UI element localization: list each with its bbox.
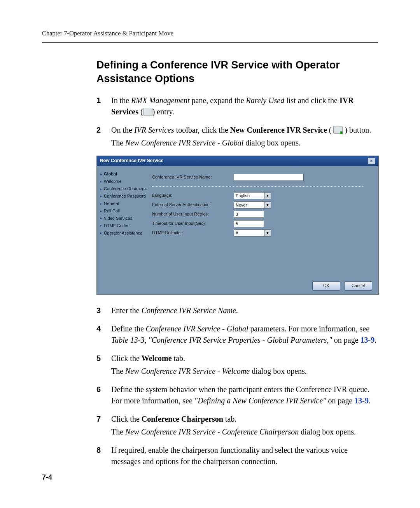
page: Chapter 7-Operator Assistance & Particip… bbox=[0, 0, 420, 508]
nav-label: Welcome bbox=[104, 179, 122, 185]
form-divider bbox=[152, 186, 363, 187]
field-row-language: Language: ▼ bbox=[152, 192, 363, 199]
dialog-screenshot: New Conference IVR Service × ▸Global ▸We… bbox=[96, 156, 378, 295]
dialog-body: ▸Global ▸Welcome ▸Conference Chairperson… bbox=[97, 166, 378, 279]
field-row-retries: Number of User Input Retries: bbox=[152, 211, 363, 218]
step-body: If required, enable the chairperson func… bbox=[111, 445, 378, 469]
text-italic: Conference IVR Service Name bbox=[142, 306, 236, 315]
language-value[interactable] bbox=[234, 192, 264, 199]
nav-label: General bbox=[104, 201, 119, 207]
page-link[interactable]: 13-9 bbox=[354, 396, 369, 405]
text: . bbox=[369, 396, 371, 405]
text-italic: New Conference IVR Service - Welcome bbox=[125, 367, 250, 375]
step-body: Click the Conference Chairperson tab. Th… bbox=[111, 413, 378, 439]
step-body: On the IVR Services toolbar, click the N… bbox=[111, 124, 378, 150]
text: dialog box opens. bbox=[299, 427, 356, 436]
chevron-right-icon: ▸ bbox=[100, 215, 102, 221]
text-italic: New Conference IVR Service - Global bbox=[125, 138, 243, 147]
cancel-button[interactable]: Cancel bbox=[344, 281, 372, 291]
nav-label: Operator Assistance bbox=[104, 230, 142, 236]
dialog-title: New Conference IVR Service bbox=[100, 158, 163, 164]
text: Define the bbox=[111, 324, 146, 333]
text: ) entry. bbox=[152, 107, 174, 116]
nav-item-global[interactable]: ▸Global bbox=[100, 171, 145, 177]
dtmf-value[interactable] bbox=[234, 229, 264, 236]
chevron-right-icon: ▸ bbox=[100, 230, 102, 236]
text: toolbar, click the bbox=[174, 126, 230, 134]
timeout-input[interactable] bbox=[234, 220, 264, 227]
running-header: Chapter 7-Operator Assistance & Particip… bbox=[42, 29, 378, 38]
page-link[interactable]: 13-9 bbox=[360, 336, 375, 344]
step-body: Define the Conference IVR Service - Glob… bbox=[111, 323, 378, 347]
step-6: 6 Define the system behavior when the pa… bbox=[96, 384, 378, 408]
text: on page bbox=[326, 396, 355, 405]
text: Enter the bbox=[111, 306, 142, 315]
retries-input[interactable] bbox=[234, 211, 264, 218]
section-heading: Defining a Conference IVR Service with O… bbox=[96, 58, 378, 86]
new-conf-ivr-icon bbox=[333, 126, 343, 134]
nav-item-roll-call[interactable]: ▸Roll Call bbox=[100, 208, 145, 214]
nav-item-operator-assistance[interactable]: ▸Operator Assistance bbox=[100, 230, 145, 236]
step-number: 7 bbox=[96, 413, 111, 425]
text: . bbox=[374, 336, 376, 344]
text: parameters. For more information, see bbox=[248, 324, 369, 333]
nav-item-video-services[interactable]: ▸Video Services bbox=[100, 215, 145, 222]
text: ( bbox=[138, 107, 143, 116]
chevron-right-icon: ▸ bbox=[100, 208, 102, 214]
nav-label: Global bbox=[104, 171, 117, 177]
dialog-frame: New Conference IVR Service × ▸Global ▸We… bbox=[96, 156, 379, 295]
text: The bbox=[111, 138, 125, 147]
text: dialog box opens. bbox=[243, 138, 301, 147]
text-italic: Table 13-3, "Conference IVR Service Prop… bbox=[111, 336, 332, 344]
field-label: Conference IVR Service Name: bbox=[152, 174, 234, 180]
language-select[interactable]: ▼ bbox=[234, 192, 271, 199]
text-italic: RMX Management bbox=[131, 96, 190, 105]
field-label: Number of User Input Retries: bbox=[152, 211, 234, 217]
header-rule bbox=[42, 42, 378, 43]
ok-button[interactable]: OK bbox=[312, 281, 340, 291]
step-number: 6 bbox=[96, 384, 111, 395]
field-label: External Server Authentication: bbox=[152, 202, 234, 208]
text-italic: Rarely Used bbox=[246, 96, 285, 105]
field-row-dtmf: DTMF Delimiter: ▼ bbox=[152, 229, 363, 236]
text: The bbox=[111, 427, 125, 436]
field-label: Language: bbox=[152, 193, 234, 199]
text-italic: "Defining a New Conference IVR Service" bbox=[194, 396, 326, 405]
text-italic: Conference IVR Service - Global bbox=[146, 324, 248, 333]
text: If required, enable the chairperson func… bbox=[111, 446, 348, 466]
step-body: Click the Welcome tab. The New Conferenc… bbox=[111, 353, 378, 378]
nav-item-general[interactable]: ▸General bbox=[100, 201, 145, 207]
text: . bbox=[236, 306, 238, 315]
text: The bbox=[111, 367, 125, 375]
dialog-form: Conference IVR Service Name: Language: ▼… bbox=[147, 166, 378, 279]
chevron-right-icon: ▸ bbox=[100, 201, 102, 207]
chevron-down-icon[interactable]: ▼ bbox=[264, 229, 271, 236]
main-content: Defining a Conference IVR Service with O… bbox=[96, 58, 378, 469]
chevron-right-icon: ▸ bbox=[100, 223, 102, 229]
text-bold: Conference Chairperson bbox=[142, 415, 223, 423]
chevron-right-icon: ▸ bbox=[100, 194, 102, 200]
auth-select[interactable]: ▼ bbox=[234, 201, 271, 208]
step-body: In the RMX Management pane, expand the R… bbox=[111, 95, 378, 119]
step-number: 8 bbox=[96, 445, 111, 456]
text: Click the bbox=[111, 354, 142, 363]
ivr-services-icon bbox=[143, 108, 152, 116]
nav-item-conference-chairperson[interactable]: ▸Conference Chairperson bbox=[100, 186, 145, 192]
text: on page bbox=[332, 336, 360, 344]
step-number: 5 bbox=[96, 353, 111, 364]
text: In the bbox=[111, 96, 131, 105]
chevron-down-icon[interactable]: ▼ bbox=[264, 201, 271, 208]
dtmf-select[interactable]: ▼ bbox=[234, 229, 271, 236]
step-7: 7 Click the Conference Chairperson tab. … bbox=[96, 413, 378, 439]
nav-item-dtmf-codes[interactable]: ▸DTMF Codes bbox=[100, 223, 145, 229]
step-4: 4 Define the Conference IVR Service - Gl… bbox=[96, 323, 378, 347]
service-name-input[interactable] bbox=[234, 174, 304, 181]
text: pane, expand the bbox=[190, 96, 246, 105]
auth-value[interactable] bbox=[234, 201, 264, 208]
nav-item-conference-password[interactable]: ▸Conference Password bbox=[100, 193, 145, 200]
close-icon[interactable]: × bbox=[368, 158, 375, 165]
chevron-down-icon[interactable]: ▼ bbox=[264, 192, 271, 199]
step-number: 2 bbox=[96, 124, 111, 136]
nav-label: Roll Call bbox=[104, 208, 120, 214]
nav-item-welcome[interactable]: ▸Welcome bbox=[100, 179, 145, 185]
